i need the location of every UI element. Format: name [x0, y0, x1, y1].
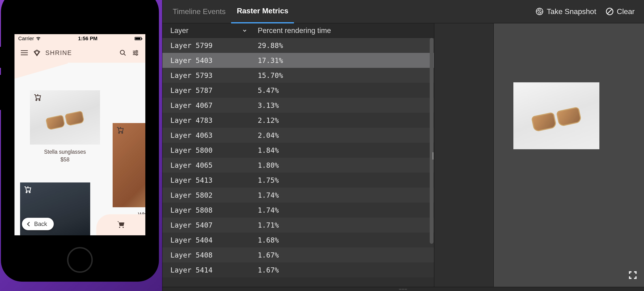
table-row[interactable]: Layer 40632.04% — [162, 128, 434, 143]
preview-pane: || — [434, 23, 644, 287]
cell-percent: 1.68% — [251, 236, 434, 244]
cell-layer: Layer 5413 — [162, 176, 251, 184]
cell-percent: 29.88% — [251, 41, 434, 50]
aperture-icon — [536, 8, 544, 16]
cell-layer: Layer 5408 — [162, 251, 251, 259]
table-row[interactable]: Layer 540317.31% — [162, 53, 434, 68]
menu-icon[interactable] — [20, 49, 28, 57]
back-label: Back — [34, 221, 47, 227]
svg-point-2 — [134, 52, 135, 54]
cell-layer: Layer 5403 — [162, 56, 251, 65]
product-image — [113, 123, 145, 207]
svg-point-3 — [136, 54, 138, 55]
shrine-logo-icon — [33, 49, 41, 57]
home-button[interactable] — [67, 247, 93, 273]
devtools-pane: Timeline Events Raster Metrics Take Snap… — [162, 0, 644, 291]
take-snapshot-button[interactable]: Take Snapshot — [531, 7, 601, 16]
bottom-resize-handle[interactable]: ═══ — [162, 287, 644, 291]
app-title: SHRINE — [45, 49, 72, 57]
table-row[interactable]: Layer 54071.71% — [162, 217, 434, 232]
table-row[interactable]: Layer 54081.67% — [162, 247, 434, 262]
cell-percent: 1.67% — [251, 251, 434, 259]
table-row[interactable]: Layer 57875.47% — [162, 83, 434, 98]
column-header-layer[interactable]: Layer — [162, 27, 251, 35]
phone-body: Carrier 1:56 PM — [8, 0, 152, 275]
battery-icon — [134, 37, 142, 40]
cell-layer: Layer 5404 — [162, 236, 251, 244]
cell-layer: Layer 4063 — [162, 131, 251, 139]
table-row[interactable]: Layer 40651.80% — [162, 158, 434, 173]
cell-layer: Layer 5793 — [162, 71, 251, 80]
cell-percent: 1.75% — [251, 176, 434, 184]
cell-percent: 5.47% — [251, 86, 434, 95]
product-card[interactable]: Stella sunglasses $58 — [30, 90, 100, 163]
product-name: Stella sunglasses — [30, 149, 100, 155]
cell-percent: 17.31% — [251, 56, 434, 65]
back-button[interactable]: Back — [22, 218, 54, 230]
cell-percent: 15.70% — [251, 71, 434, 80]
table-row[interactable]: Layer 58001.84% — [162, 143, 434, 158]
cell-layer: Layer 4065 — [162, 161, 251, 169]
cell-layer: Layer 5787 — [162, 86, 251, 95]
add-cart-icon[interactable] — [116, 126, 124, 135]
fullscreen-button[interactable] — [628, 270, 638, 280]
phone-frame: Carrier 1:56 PM — [1, 0, 159, 282]
table-row[interactable]: Layer 579929.88% — [162, 38, 434, 53]
product-price: $58 — [30, 156, 100, 163]
svg-point-0 — [120, 50, 124, 55]
cell-percent: 1.80% — [251, 161, 434, 169]
tune-icon[interactable] — [131, 49, 140, 57]
table-row[interactable]: Layer 58081.74% — [162, 203, 434, 217]
cell-layer: Layer 4067 — [162, 101, 251, 110]
svg-point-1 — [136, 50, 138, 52]
cell-percent: 1.71% — [251, 221, 434, 229]
clear-icon — [606, 8, 614, 16]
product-grid[interactable]: Stella sunglasses $58 Whitney $35 — [14, 63, 145, 235]
cell-layer: Layer 5799 — [162, 41, 251, 50]
clock-label: 1:56 PM — [78, 36, 98, 42]
wifi-icon — [36, 37, 41, 41]
cell-layer: Layer 4783 — [162, 116, 251, 124]
scrollbar[interactable] — [430, 38, 434, 244]
add-cart-icon[interactable] — [23, 186, 32, 194]
status-bar: Carrier 1:56 PM — [14, 34, 145, 43]
table-row[interactable]: Layer 58021.74% — [162, 188, 434, 203]
clear-button[interactable]: Clear — [601, 7, 639, 16]
cell-percent: 2.04% — [251, 131, 434, 139]
cart-sheet[interactable] — [96, 214, 145, 235]
clear-label: Clear — [617, 7, 635, 16]
product-image — [30, 90, 100, 145]
simulator-pane: Carrier 1:56 PM — [0, 0, 162, 291]
cell-percent: 1.84% — [251, 146, 434, 154]
table-header: Layer Percent rendering time — [162, 23, 434, 38]
tabs-row: Timeline Events Raster Metrics Take Snap… — [162, 0, 644, 23]
table-row[interactable]: Layer 54041.68% — [162, 232, 434, 247]
table-row[interactable]: Layer 54131.75% — [162, 173, 434, 188]
table-body[interactable]: Layer 579929.88%Layer 540317.31%Layer 57… — [162, 38, 434, 287]
table-row[interactable]: Layer 54141.67% — [162, 262, 434, 277]
search-icon[interactable] — [119, 49, 127, 57]
layer-table: Layer Percent rendering time Layer 57992… — [162, 23, 434, 287]
cell-layer: Layer 5802 — [162, 191, 251, 199]
table-row[interactable]: Layer 47832.12% — [162, 113, 434, 128]
product-card[interactable]: Whitney $35 — [113, 123, 145, 225]
chevron-down-icon — [242, 28, 248, 34]
phone-screen: Carrier 1:56 PM — [14, 34, 145, 235]
tab-timeline-events[interactable]: Timeline Events — [167, 0, 231, 23]
tab-raster-metrics[interactable]: Raster Metrics — [231, 0, 294, 23]
cell-percent: 1.74% — [251, 206, 434, 214]
table-row[interactable]: Layer 40673.13% — [162, 98, 434, 113]
app-bar: SHRINE — [14, 43, 145, 63]
carrier-label: Carrier — [18, 36, 34, 42]
chevron-left-icon — [26, 221, 32, 227]
cell-layer: Layer 5407 — [162, 221, 251, 229]
cell-percent: 3.13% — [251, 101, 434, 110]
take-snapshot-label: Take Snapshot — [547, 7, 596, 16]
add-cart-icon[interactable] — [33, 94, 42, 102]
column-header-percent[interactable]: Percent rendering time — [251, 27, 434, 35]
layer-preview-area — [494, 23, 644, 287]
cell-layer: Layer 5808 — [162, 206, 251, 214]
cell-layer: Layer 5414 — [162, 266, 251, 274]
cell-layer: Layer 5800 — [162, 146, 251, 154]
table-row[interactable]: Layer 579315.70% — [162, 68, 434, 83]
